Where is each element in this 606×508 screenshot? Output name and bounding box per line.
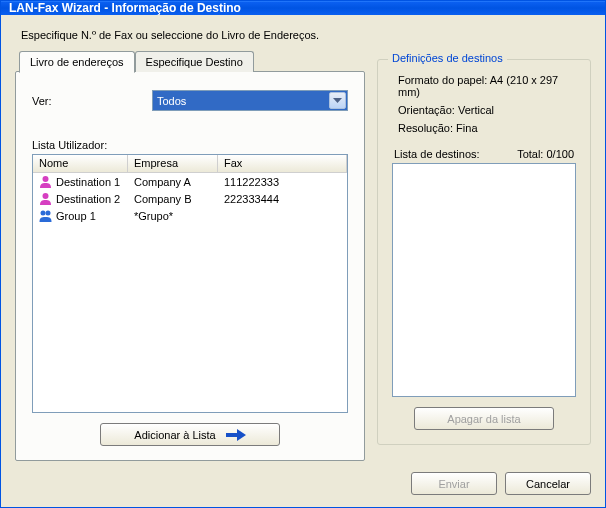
group-icon (39, 209, 52, 222)
main-area: Livro de endereços Especifique Destino V… (15, 51, 591, 462)
dest-total-label: Total: 0/100 (517, 148, 574, 160)
person-icon (39, 192, 52, 205)
tab-address-book[interactable]: Livro de endereços (19, 51, 135, 73)
table-row[interactable]: Destination 1 Company A 111222333 (33, 173, 347, 190)
titlebar: LAN-Fax Wizard - Informação de Destino (1, 1, 605, 15)
svg-point-0 (43, 176, 49, 182)
cell-fax: 111222333 (218, 175, 347, 189)
arrow-right-icon (226, 429, 246, 441)
tab-label: Livro de endereços (30, 56, 124, 68)
tabs-row: Livro de endereços Especifique Destino (19, 51, 365, 72)
paper-format-row: Formato do papel: A4 (210 x 297 mm) (398, 74, 576, 98)
col-header-company[interactable]: Empresa (128, 155, 218, 172)
dest-list-label: Lista de destinos: (394, 148, 480, 160)
listview-body: Destination 1 Company A 111222333 Destin… (33, 173, 347, 412)
delete-from-list-button[interactable]: Apagar da lista (414, 407, 554, 430)
cell-company: Company A (128, 175, 218, 189)
add-button-label: Adicionar à Lista (134, 429, 215, 441)
person-icon (39, 175, 52, 188)
cancel-button-label: Cancelar (526, 478, 570, 490)
svg-point-2 (41, 211, 46, 216)
cell-fax (218, 215, 347, 217)
cell-name: Destination 2 (33, 191, 128, 206)
client-area: Especifique N.º de Fax ou seleccione do … (1, 15, 605, 507)
add-to-list-button[interactable]: Adicionar à Lista (100, 423, 280, 446)
view-label: Ver: (32, 95, 152, 107)
add-row: Adicionar à Lista (32, 423, 348, 446)
left-pane: Livro de endereços Especifique Destino V… (15, 51, 365, 462)
svg-point-3 (46, 211, 51, 216)
cell-name: Destination 1 (33, 174, 128, 189)
window-title: LAN-Fax Wizard - Informação de Destino (9, 1, 241, 15)
resolution-value: Fina (456, 122, 477, 134)
view-combobox[interactable]: Todos (152, 90, 348, 111)
view-selected: Todos (157, 95, 186, 107)
dest-list-header: Lista de destinos: Total: 0/100 (392, 148, 576, 160)
resolution-row: Resolução: Fina (398, 122, 576, 134)
cell-name: Group 1 (33, 208, 128, 223)
orientation-value: Vertical (458, 104, 494, 116)
col-header-name[interactable]: Nome (33, 155, 128, 172)
cell-company: Company B (128, 192, 218, 206)
tab-specify-destination[interactable]: Especifique Destino (135, 51, 254, 72)
destination-info: Formato do papel: A4 (210 x 297 mm) Orie… (392, 74, 576, 134)
send-button-label: Enviar (438, 478, 469, 490)
userlist-label: Lista Utilizador: (32, 139, 348, 151)
right-pane: Definições de destinos Formato do papel:… (377, 51, 591, 462)
instruction-text: Especifique N.º de Fax ou seleccione do … (21, 29, 591, 41)
groupbox-title: Definições de destinos (388, 52, 507, 64)
listview-header: Nome Empresa Fax (33, 155, 347, 173)
tab-label: Especifique Destino (146, 56, 243, 68)
resolution-label: Resolução: (398, 122, 453, 134)
table-row[interactable]: Destination 2 Company B 222333444 (33, 190, 347, 207)
destination-listbox[interactable] (392, 163, 576, 397)
delete-button-label: Apagar da lista (447, 413, 520, 425)
orientation-label: Orientação: (398, 104, 455, 116)
tab-content: Ver: Todos Lista Utilizador: Nome Empre (15, 71, 365, 461)
orientation-row: Orientação: Vertical (398, 104, 576, 116)
cell-company: *Grupo* (128, 209, 218, 223)
cancel-button[interactable]: Cancelar (505, 472, 591, 495)
bottom-buttons: Enviar Cancelar (15, 472, 591, 495)
destinations-groupbox: Definições de destinos Formato do papel:… (377, 59, 591, 445)
col-header-fax[interactable]: Fax (218, 155, 347, 172)
user-listview[interactable]: Nome Empresa Fax Destination 1 Company A (32, 154, 348, 413)
send-button[interactable]: Enviar (411, 472, 497, 495)
cell-fax: 222333444 (218, 192, 347, 206)
chevron-down-icon[interactable] (329, 92, 346, 109)
svg-point-1 (43, 193, 49, 199)
view-row: Ver: Todos (32, 90, 348, 111)
dest-actions: Apagar da lista (392, 407, 576, 430)
wizard-window: LAN-Fax Wizard - Informação de Destino E… (0, 0, 606, 508)
table-row[interactable]: Group 1 *Grupo* (33, 207, 347, 224)
paper-label: Formato do papel: (398, 74, 487, 86)
